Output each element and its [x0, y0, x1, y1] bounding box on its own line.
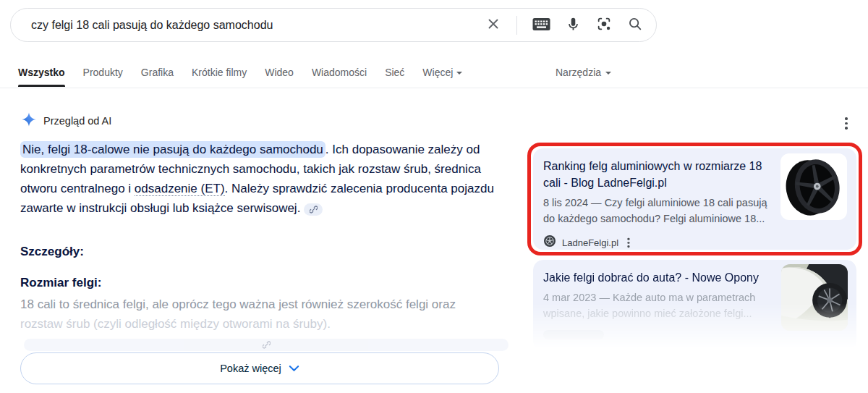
- result-title[interactable]: Ranking felg aluminiowych w rozmiarze 18…: [543, 158, 773, 191]
- camera-lens-icon: [596, 16, 612, 34]
- tab-label: Wszystko: [18, 67, 65, 78]
- truncated-answer-text: 18 cali to średnica felgi, ale oprócz te…: [20, 295, 505, 353]
- highlighted-answer: Nie, felgi 18-calowe nie pasują do każde…: [20, 141, 326, 158]
- tools-menu[interactable]: Narzędzia: [556, 61, 611, 84]
- ai-sparkle-icon: [22, 112, 36, 130]
- faded-line: rozstaw śrub (czyli odległość między otw…: [20, 314, 505, 353]
- ai-answer-paragraph: Nie, felgi 18-calowe nie pasują do każde…: [20, 140, 496, 218]
- result-title[interactable]: Jakie felgi dobrać do auta? - Nowe Opony: [543, 269, 773, 286]
- tab-wideo[interactable]: Wideo: [265, 61, 294, 84]
- active-tab-underline: [18, 85, 65, 87]
- details-heading: Szczegóły:: [20, 245, 84, 259]
- tab-produkty[interactable]: Produkty: [83, 61, 123, 84]
- tab-grafika[interactable]: Grafika: [141, 61, 174, 84]
- site-favicon-wheel-icon: [543, 234, 556, 250]
- search-bar[interactable]: [10, 8, 657, 42]
- tools-label: Narzędzia: [556, 67, 601, 78]
- virtual-keyboard-button[interactable]: [532, 17, 550, 33]
- voice-search-button[interactable]: [566, 17, 581, 34]
- rim-size-heading: Rozmiar felgi:: [20, 276, 101, 290]
- result-thumbnail-car-wheel[interactable]: [781, 264, 848, 331]
- results-tabs: Wszystko Produkty Grafika Krótkie filmy …: [0, 61, 868, 88]
- ai-overview-label: Przegląd od AI: [43, 115, 111, 127]
- chevron-down-icon: [289, 363, 299, 374]
- fading-source-row: [543, 330, 604, 339]
- tab-label: Wiadomości: [312, 67, 367, 78]
- google-lens-button[interactable]: [596, 16, 612, 34]
- result-card-ranking-felg[interactable]: Ranking felg aluminiowych w rozmiarze 18…: [533, 148, 856, 250]
- tab-wiecej[interactable]: Więcej: [422, 61, 462, 84]
- result-thumbnail-alloy-wheel[interactable]: [780, 153, 847, 220]
- microphone-icon: [566, 17, 581, 34]
- close-icon: [485, 16, 501, 34]
- tab-label: Grafika: [141, 67, 174, 78]
- result-menu-button[interactable]: [625, 235, 631, 250]
- tab-label: Wideo: [265, 67, 294, 78]
- faded-line: 18 cali to średnica felgi, ale oprócz te…: [20, 295, 505, 314]
- tab-label: Produkty: [83, 67, 123, 78]
- result-source-row[interactable]: LadneFelgi.pl: [543, 234, 773, 252]
- source-name: LadneFelgi.pl: [562, 237, 618, 248]
- result-snippet: 8 lis 2024 — Czy felgi aluminiowe 18 cal…: [543, 195, 773, 227]
- tab-krotkie-filmy[interactable]: Krótkie filmy: [192, 61, 247, 84]
- citation-chip[interactable]: [304, 203, 323, 216]
- tab-label: Sieć: [385, 67, 404, 78]
- result-snippet: 4 mar 2023 — Każde auto ma w parametrach…: [543, 290, 773, 321]
- show-more-label: Pokaż więcej: [220, 363, 281, 374]
- clear-search-button[interactable]: [485, 16, 501, 34]
- result-card-jakie-felgi[interactable]: Jakie felgi dobrać do auta? - Nowe Opony…: [533, 260, 856, 351]
- ai-overview-menu-button[interactable]: [842, 114, 851, 132]
- answer-inline-link[interactable]: odsadzenie (ET): [135, 182, 225, 196]
- keyboard-icon: [532, 17, 550, 33]
- tab-siec[interactable]: Sieć: [385, 61, 404, 84]
- show-more-button[interactable]: Pokaż więcej: [20, 352, 499, 384]
- search-input[interactable]: [30, 18, 485, 33]
- tab-label: Więcej: [422, 67, 453, 78]
- chevron-down-icon: [605, 72, 611, 75]
- search-bar-divider: [516, 16, 517, 35]
- tab-wiadomosci[interactable]: Wiadomości: [312, 61, 367, 84]
- tab-wszystko[interactable]: Wszystko: [18, 61, 65, 84]
- search-icon: [627, 16, 643, 34]
- chevron-down-icon: [456, 72, 462, 75]
- ai-overview-header: Przegląd od AI: [22, 112, 111, 130]
- search-submit-button[interactable]: [627, 16, 643, 34]
- citation-chip[interactable]: [24, 339, 509, 351]
- tab-label: Krótkie filmy: [192, 67, 247, 78]
